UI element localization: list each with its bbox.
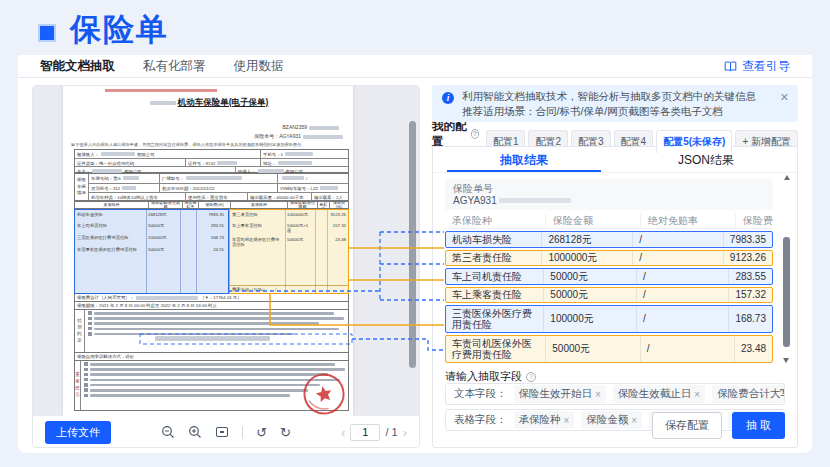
upload-file-button[interactable]: 上传文件	[45, 421, 111, 444]
prev-page-icon[interactable]: ‹	[341, 426, 345, 439]
doc-red-notice-redacted	[105, 89, 217, 92]
page-number-input[interactable]	[350, 424, 380, 441]
page-title: 保险单	[70, 9, 169, 51]
table-fields-label: 表格字段：	[454, 413, 507, 427]
doc-total-row: 保险费合计（人民币大写）：（￥：17764.24 元）	[74, 294, 349, 302]
config-tab-5-unsaved[interactable]: 配置5(未保存)	[656, 130, 732, 153]
viewer-toolbar: 上传文件 ↺ ↻ ‹	[33, 416, 419, 448]
text-fields-label: 文本字段：	[454, 387, 507, 401]
scroll-down-icon[interactable]	[783, 358, 789, 363]
view-guide-link[interactable]: 查看引导	[724, 58, 790, 75]
document-viewer-panel: 机动车保险单(电子保单) BZAN2359 保险单号：AGYA931 鉴于投保人…	[32, 85, 420, 448]
document-page: 机动车保险单(电子保单) BZAN2359 保险单号：AGYA931 鉴于投保人…	[63, 86, 353, 416]
zoom-out-icon[interactable]	[161, 425, 175, 439]
result-row-driver-medical[interactable]: 车责司机医保外医疗费用责任险50000元/23.48	[445, 335, 773, 363]
policy-number-box: 保险单号 AGYA931	[445, 179, 773, 210]
tag-insured-amount: 保险金额	[581, 411, 642, 429]
col-premium: 保险费	[735, 214, 773, 228]
tag-coverage-type: 承保险种	[514, 411, 575, 429]
col-insured-amount: 保险金额	[545, 214, 640, 228]
policy-number-value: AGYA931	[453, 195, 765, 206]
remove-tag-icon[interactable]	[564, 415, 570, 426]
next-page-icon[interactable]: ›	[403, 426, 407, 439]
nav-tab-private-deploy[interactable]: 私有化部署	[143, 58, 206, 75]
results-table-header: 承保险种 保险金额 绝对免赔率 保险费	[445, 214, 773, 229]
doc-highlight-yellow-region: 第三者责任险 1000000元 9123.26 车上乘客责任险 50000元×1…	[229, 209, 349, 294]
nav-tab-usage-data[interactable]: 使用数据	[234, 58, 284, 75]
zoom-in-icon[interactable]	[188, 425, 202, 439]
banner-line1: 利用智能文档抽取技术，智能分析与抽取多页文档中的关键信息	[462, 89, 772, 104]
app-root: 保险单 智能文档抽取 私有化部署 使用数据 查看引导 机动车保险单(电子保单) …	[0, 0, 830, 467]
info-icon	[442, 92, 454, 104]
help-icon[interactable]	[471, 129, 479, 139]
doc-highlight-blue-region: 机动车损失险 268128元 7983.35 车上司机责任险 50000元 28…	[74, 209, 229, 294]
doc-period-row: 保险期限：2021 年 2 月 8 日 00:00 时起至 2022 年 2 月…	[74, 302, 349, 310]
result-tabs: 抽取结果 JSON结果	[433, 147, 797, 173]
extraction-panel: 利用智能文档抽取技术，智能分析与抽取多页文档中的关键信息 推荐适用场景：合同/标…	[432, 85, 798, 448]
doc-dispute-row: 保险合同争议解决方式：诉讼	[74, 353, 349, 361]
tag-total-capital: 保险费合计大写	[712, 385, 785, 403]
close-icon[interactable]	[780, 90, 789, 105]
document-scrollbar[interactable]	[409, 121, 416, 368]
extract-button[interactable]: 抽 取	[732, 412, 785, 439]
doc-info-table: 被保险人：有限公司 手机号：1 证件类型：统一社会信用代码 证件号：9132 地…	[74, 149, 349, 173]
results-scroll-area[interactable]: 保险单号 AGYA931 承保险种 保险金额 绝对免赔率 保险费 机动车损失险2…	[445, 179, 773, 363]
policy-number-label: 保险单号	[453, 182, 765, 195]
action-buttons: 保存配置 抽 取	[652, 412, 785, 439]
doc-policy-no: 保险单号：AGYA931	[254, 133, 345, 140]
main-sheet: 智能文档抽取 私有化部署 使用数据 查看引导 机动车保险单(电子保单) BZAN…	[18, 55, 812, 453]
scroll-up-icon[interactable]	[784, 175, 790, 180]
rotate-left-icon[interactable]: ↺	[256, 426, 267, 439]
save-config-button[interactable]: 保存配置	[652, 412, 722, 439]
document-viewer[interactable]: 机动车保险单(电子保单) BZAN2359 保险单号：AGYA931 鉴于投保人…	[33, 86, 419, 416]
top-nav: 智能文档抽取 私有化部署 使用数据 查看引导	[18, 55, 812, 78]
toolbar-divider	[242, 426, 243, 439]
doc-special-redaction	[155, 336, 270, 341]
banner-line2: 推荐适用场景：合同/标书/保单/网页截图等各类电子文档	[462, 104, 772, 119]
brand-square-icon	[38, 24, 56, 42]
nav-tab-doc-extract[interactable]: 智能文档抽取	[40, 58, 115, 75]
doc-special-terms: 特别约定	[74, 310, 349, 353]
page-navigator: ‹ / 1 ›	[341, 424, 407, 441]
doc-rate-float-row: 费率浮动（%/‰） /	[230, 285, 348, 293]
remove-tag-icon[interactable]	[694, 389, 700, 400]
result-row-third-party[interactable]: 第三者责任险1000000元/9123.26	[445, 250, 773, 267]
rotate-right-icon[interactable]: ↻	[280, 426, 291, 439]
info-banner: 利用智能文档抽取技术，智能分析与抽取多页文档中的关键信息 推荐适用场景：合同/标…	[432, 85, 798, 122]
doc-title: 机动车保险单(电子保单)	[63, 97, 353, 108]
remove-tag-icon[interactable]	[631, 415, 637, 426]
fields-help-icon[interactable]	[526, 372, 536, 382]
doc-intro-line: 鉴于投保人已向保险人提出保险申请，并同意按约定交付保险费，保险人依照本保险单及其…	[71, 142, 349, 147]
text-fields-input[interactable]: 文本字段： 保险生效开始日 保险生效截止日 保险费合计大写 保险费合计小写 保险…	[445, 383, 785, 405]
fields-section-title: 请输入抽取字段	[445, 369, 536, 384]
result-row-driver-liability[interactable]: 车上司机责任险50000元/283.55	[445, 268, 773, 285]
col-coverage-type: 承保险种	[445, 214, 545, 228]
book-icon	[724, 61, 737, 72]
fit-page-icon[interactable]	[215, 425, 229, 439]
results-scrollbar[interactable]	[782, 175, 791, 363]
scrollbar-thumb[interactable]	[783, 237, 790, 347]
view-guide-label: 查看引导	[742, 58, 790, 75]
doc-items-header: 承保险种 保险金额/责任限额 绝对免赔率 保险费(元) 承保险种 保险金额/责任…	[74, 201, 349, 209]
col-deductible-rate: 绝对免赔率	[640, 214, 735, 228]
result-row-motor-damage[interactable]: 机动车损失险268128元/7983.35	[445, 231, 773, 248]
config-content-box: 抽取结果 JSON结果 保险单号 AGYA931 承保险种 保险金额 绝对免赔率	[432, 146, 798, 448]
result-row-passenger-liability[interactable]: 车上乘客责任险50000元/157.32	[445, 287, 773, 304]
tab-extract-result[interactable]: 抽取结果	[433, 147, 615, 172]
page-total: / 1	[385, 426, 397, 438]
tag-effective-start: 保险生效开始日	[514, 385, 606, 403]
doc-serial-no: BZAN2359	[283, 124, 341, 131]
remove-tag-icon[interactable]	[595, 389, 601, 400]
doc-vehicle-table: 保险车辆情况 车牌号码：贵G 厂牌型号： / 发动机号：312 初次登记日期：2…	[74, 173, 349, 201]
result-row-tp-medical[interactable]: 三责医保外医疗费用责任险100000元/168.73	[445, 305, 773, 333]
tag-effective-end: 保险生效截止日	[613, 385, 705, 403]
red-stamp-icon	[298, 368, 350, 416]
